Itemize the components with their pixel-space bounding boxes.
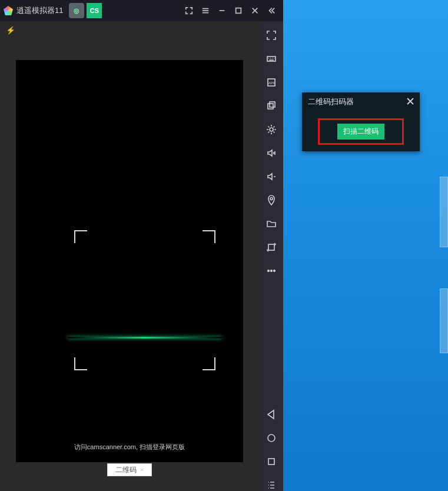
svg-rect-4: [268, 104, 273, 109]
popup-title-text: 二维码扫码器: [308, 97, 354, 107]
android-back-icon[interactable]: [266, 409, 277, 420]
svg-point-10: [271, 270, 273, 272]
svg-point-6: [270, 128, 273, 131]
scan-corner-bl: [74, 357, 87, 370]
multi-window-icon[interactable]: [266, 100, 277, 112]
emulator-window: 逍遥模拟器11 ◎ CS ⚡: [0, 0, 283, 491]
scan-corner-tl: [74, 230, 87, 243]
scan-hint-text: 访问camscanner.com, 扫描登录网页版: [16, 443, 243, 452]
volume-up-icon[interactable]: [266, 147, 277, 159]
svg-rect-13: [268, 459, 274, 465]
folder-icon[interactable]: [266, 218, 277, 230]
svg-rect-8: [268, 244, 274, 250]
scan-corner-br: [203, 357, 215, 370]
tutorial-highlight-frame: 扫描二维码: [318, 118, 404, 145]
qr-tag-close-icon[interactable]: ×: [140, 466, 144, 473]
emulator-titlebar: 逍遥模拟器11 ◎ CS: [0, 0, 283, 21]
svg-point-11: [274, 270, 276, 272]
fullscreen-toggle-icon[interactable]: [181, 3, 197, 18]
svg-point-9: [268, 270, 270, 272]
maximize-button[interactable]: [230, 3, 247, 18]
more-icon[interactable]: [266, 265, 277, 277]
emulator-body: ⚡ 访问camscanner.com, 扫描登录网页版 二维码 × APK: [0, 21, 283, 491]
emulator-title: 逍遥模拟器11: [16, 5, 63, 16]
scan-corner-tr: [203, 230, 215, 243]
desktop-window-fragment: [440, 288, 448, 353]
qr-scan-line: [68, 337, 222, 339]
android-tasklist-icon[interactable]: [266, 479, 277, 491]
minimize-button[interactable]: [214, 3, 230, 18]
rotate-icon[interactable]: [266, 241, 277, 253]
tab-app-1[interactable]: ◎: [69, 3, 84, 18]
svg-rect-5: [270, 102, 275, 107]
settings-gear-icon[interactable]: [266, 124, 277, 135]
close-button[interactable]: [247, 3, 263, 18]
expand-icon[interactable]: [266, 29, 277, 41]
flash-icon: ⚡: [6, 26, 15, 35]
android-recent-icon[interactable]: [266, 456, 277, 467]
qr-scanner-popup: 二维码扫码器 扫描二维码: [302, 92, 420, 151]
desktop-window-fragment: [440, 177, 448, 247]
menu-icon[interactable]: [197, 3, 214, 18]
phone-screen: 访问camscanner.com, 扫描登录网页版: [16, 60, 243, 462]
popup-titlebar: 二维码扫码器: [302, 92, 420, 111]
popup-body: 扫描二维码: [302, 111, 420, 151]
apk-install-icon[interactable]: APK: [266, 77, 277, 88]
popup-close-button[interactable]: [407, 98, 414, 107]
tab-app-camscanner[interactable]: CS: [87, 3, 102, 18]
svg-rect-0: [236, 8, 241, 14]
qr-tag-chip[interactable]: 二维码 ×: [107, 463, 152, 476]
emulator-logo-icon: [4, 6, 13, 15]
phone-statusbar: ⚡: [0, 21, 260, 39]
volume-down-icon[interactable]: [266, 171, 277, 183]
svg-text:APK: APK: [268, 81, 276, 85]
qr-tag-label: 二维码: [115, 465, 137, 475]
location-pin-icon[interactable]: [266, 194, 277, 206]
svg-point-12: [268, 434, 275, 442]
emulator-sidebar: APK: [260, 21, 283, 491]
collapse-sidebar-icon[interactable]: [263, 3, 280, 18]
scan-qr-button[interactable]: 扫描二维码: [337, 124, 384, 140]
svg-point-7: [270, 198, 273, 200]
emulator-screen-column: ⚡ 访问camscanner.com, 扫描登录网页版 二维码 ×: [0, 21, 260, 491]
qr-scan-frame: [74, 230, 215, 370]
android-home-icon[interactable]: [266, 432, 277, 444]
keyboard-icon[interactable]: [266, 53, 277, 65]
